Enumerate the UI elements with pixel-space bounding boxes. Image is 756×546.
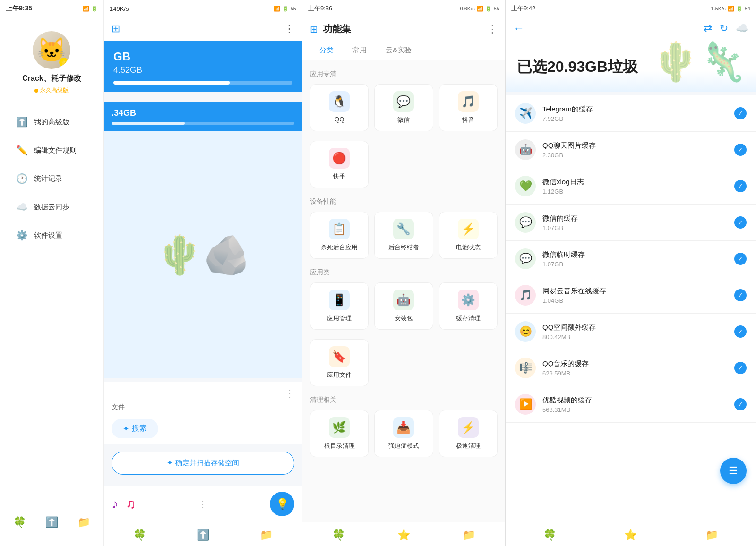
app-mgr-icon: 📱 [329,290,350,310]
check-wx-xlog[interactable]: ✓ [734,180,747,192]
item-battery[interactable]: ⚡ 电池状态 [439,212,498,259]
list-item-qq-chat[interactable]: 🤖 QQ聊天图片缓存 2.30GB ✓ [506,132,756,168]
upload-cloud-icon[interactable]: ☁️ [736,22,748,34]
item-kuaishou[interactable]: 🔴 快手 [310,141,369,188]
check-qq-chat[interactable]: ✓ [734,144,747,156]
section-title-clean: 清理相关 [310,396,498,404]
list-item-netease[interactable]: 🎵 网易云音乐在线缓存 1.04GB ✓ [506,277,756,314]
cloud-icon: ☁️ [15,200,28,213]
item-cache-label: 缓存清理 [456,314,481,323]
sidebar-label-settings: 软件设置 [34,231,62,240]
music-more-button[interactable]: ⋮ [198,498,207,510]
file-section: ⋮ 文件 ✦ 搜索 [104,382,302,444]
item-app-mgr[interactable]: 📱 应用管理 [310,282,369,330]
sidebar-item-settings[interactable]: ⚙️ 软件设置 [8,222,96,248]
p3-bottom-upload[interactable]: ⭐ [397,529,410,541]
list-item-qq-space[interactable]: 😊 QQ空间额外缓存 800.42MB ✓ [506,314,756,350]
item-size-telegram: 7.92GB [542,115,728,122]
sidebar-panel: 上午9:35 📶 🔋 🐱 ⭐ Crack、耗子修改 永久高级版 ⬆️ 我的高级版… [0,0,104,546]
list-item-qq-music[interactable]: 🎼 QQ音乐的缓存 629.59MB ✓ [506,350,756,386]
compulsive-icon: 📥 [393,417,414,438]
item-apk[interactable]: 🤖 安装包 [374,282,433,330]
user-badge: 永久高级版 [34,86,69,94]
item-wechat-label: 微信 [397,116,410,124]
item-kill-bg[interactable]: 📋 杀死后台应用 [310,212,369,259]
p2-bottom-folder[interactable]: 📁 [260,529,273,541]
section-title-app-type: 应用类 [310,268,498,277]
panel4-bottom-nav: 🍀 ⭐ 📁 [506,522,756,546]
tab-cloud[interactable]: 云&实验 [376,41,421,60]
p3-bottom-folder[interactable]: 📁 [463,529,475,541]
back-button[interactable]: ← [513,22,524,35]
item-dir-clean-label: 根目录清理 [324,442,355,450]
tab-common[interactable]: 常用 [343,41,376,60]
refresh-icon[interactable]: ↻ [720,22,728,34]
file-section-header: ⋮ [112,388,294,399]
bottom-tab-folder[interactable]: 📁 [73,512,94,533]
qq-icon: 🐧 [329,91,350,112]
list-item-youku[interactable]: ▶️ 优酷视频的缓存 568.31MB ✓ [506,386,756,423]
item-douyin[interactable]: 🎵 抖音 [439,84,498,131]
sidebar-menu: ⬆️ 我的高级版 ✏️ 编辑文件规则 🕐 统计记录 ☁️ 数据云同步 ⚙️ 软件… [0,109,103,248]
item-qq[interactable]: 🐧 QQ [310,84,369,131]
item-info-wx-cache: 微信的缓存 1.07GB [542,214,728,231]
storage-title: GB [113,50,292,63]
bottom-tab-home[interactable]: 🍀 [9,512,30,533]
item-name-netease: 网易云音乐在线缓存 [542,287,728,296]
fab-button[interactable]: ☰ [720,458,747,484]
panel3-bottom-nav: 🍀 ⭐ 📁 [302,522,505,546]
p4-bottom-home[interactable]: 🍀 [543,529,556,541]
list-item-wx-xlog[interactable]: 💚 微信xlog日志 1.12GB ✓ [506,168,756,205]
item-fast-clean[interactable]: ⚡ 极速清理 [439,410,498,457]
check-telegram[interactable]: ✓ [734,107,747,119]
file-more-button[interactable]: ⋮ [285,388,294,399]
item-app-files[interactable]: 🔖 应用文件 [310,339,369,386]
kuaishou-icon: 🔴 [329,148,350,169]
status-time-1: 上午9:35 [6,4,32,13]
item-dir-clean[interactable]: 🌿 根目录清理 [310,410,369,457]
check-youku[interactable]: ✓ [734,398,747,410]
search-button[interactable]: ✦ 搜索 [112,419,158,438]
list-item-wx-tmp[interactable]: 💬 微信临时缓存 1.07GB ✓ [506,241,756,277]
item-name-qq-music: QQ音乐的缓存 [542,359,728,368]
p4-bottom-upload[interactable]: ⭐ [624,529,637,541]
item-bg-killer-label: 后台终结者 [388,243,419,252]
item-cache[interactable]: ⚙️ 缓存清理 [439,282,498,330]
music-fab-button[interactable]: 💡 [270,492,294,516]
item-bg-killer[interactable]: 🔧 后台终结者 [374,212,433,259]
panel3-more-button[interactable]: ⋮ [487,23,498,35]
p4-bottom-folder[interactable]: 📁 [705,529,718,541]
check-netease[interactable]: ✓ [734,289,747,301]
confirm-scan-button[interactable]: ✦ 确定并扫描存储空间 [112,452,294,475]
item-compulsive[interactable]: 📥 强迫症模式 [374,410,433,457]
panel2-more-button[interactable]: ⋮ [284,23,294,35]
check-qq-music[interactable]: ✓ [734,362,747,374]
check-wx-tmp[interactable]: ✓ [734,253,747,265]
item-wechat[interactable]: 💬 微信 [374,84,433,131]
sidebar-item-rules[interactable]: ✏️ 编辑文件规则 [8,137,96,163]
p2-bottom-upload[interactable]: ⬆️ [197,529,209,541]
fast-clean-icon: ⚡ [458,417,479,438]
premium-icon: ⬆️ [15,115,28,128]
user-profile: 🐱 ⭐ Crack、耗子修改 永久高级版 [22,31,81,94]
bottom-tab-upload[interactable]: ⬆️ [41,512,62,533]
panel2-icons: ⊞ [112,23,120,35]
sidebar-item-premium[interactable]: ⬆️ 我的高级版 [8,109,96,135]
cache-icon: ⚙️ [458,290,479,310]
check-wx-cache[interactable]: ✓ [734,216,747,229]
storage-sub-size: .34GB [112,108,294,118]
list-item-telegram[interactable]: ✈️ Telegram的缓存 7.92GB ✓ [506,95,756,132]
p3-bottom-home[interactable]: 🍀 [332,529,345,541]
sidebar-item-cloud[interactable]: ☁️ 数据云同步 [8,194,96,220]
item-size-qq-chat: 2.30GB [542,152,728,159]
view-toggle-icon[interactable]: ⊞ [112,23,120,35]
sidebar-item-stats[interactable]: 🕐 统计记录 [8,165,96,192]
p2-bottom-home[interactable]: 🍀 [133,529,146,541]
apk-icon: 🤖 [393,290,414,310]
check-qq-space[interactable]: ✓ [734,325,747,338]
tab-category[interactable]: 分类 [310,41,343,60]
switch-icon[interactable]: ⇄ [704,22,712,34]
status-time-3: 上午9:36 [308,4,332,13]
app-clean-grid: 🐧 QQ 💬 微信 🎵 抖音 [310,84,498,131]
list-item-wx-cache[interactable]: 💬 微信的缓存 1.07GB ✓ [506,205,756,241]
